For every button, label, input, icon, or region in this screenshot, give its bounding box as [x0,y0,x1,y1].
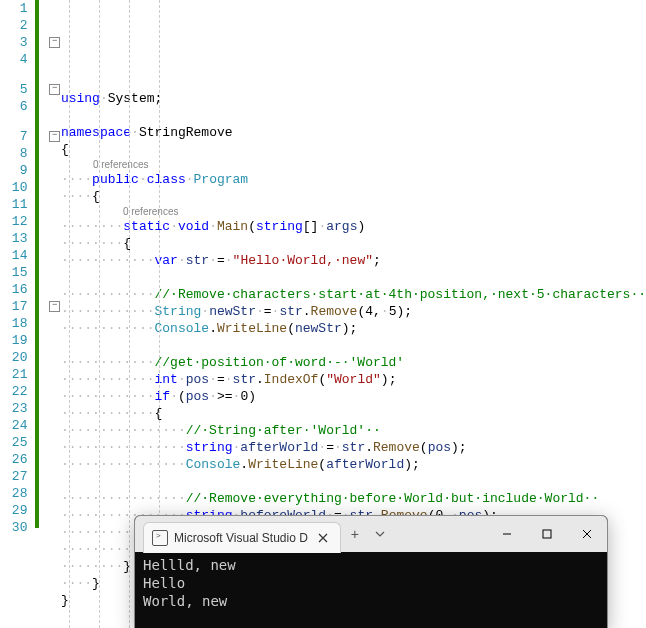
code-line[interactable] [61,473,646,490]
line-number[interactable]: 8 [0,145,27,162]
code-line[interactable]: ············int·pos·=·str.IndexOf("World… [61,371,646,388]
fold-toggle[interactable]: − [49,131,60,142]
code-line[interactable]: using·System; [61,90,646,107]
fold-toggle[interactable]: − [49,301,60,312]
line-number[interactable]: 5 [0,81,27,98]
line-number[interactable]: 7 [0,128,27,145]
code-line[interactable]: ············Console.WriteLine(newStr); [61,320,646,337]
terminal-line: Hello [143,574,599,592]
line-number[interactable]: 21 [0,366,27,383]
terminal-icon [152,530,168,546]
code-line[interactable]: ········static·void·Main(string[]·args) [61,218,646,235]
fold-toggle[interactable]: − [49,37,60,48]
terminal-window: Microsoft Visual Studio D + Hellld, newH… [134,515,608,628]
line-number[interactable]: 2 [0,17,27,34]
line-number[interactable]: 1 [0,0,27,17]
codelens-references[interactable]: 0 references [61,158,646,171]
code-line[interactable]: ········{ [61,235,646,252]
code-line[interactable]: ················//·String·after·'World'·… [61,422,646,439]
line-number[interactable]: 19 [0,332,27,349]
code-line[interactable]: ················//·Remove·everything·bef… [61,490,646,507]
line-number[interactable]: 6 [0,98,27,115]
code-line[interactable]: ············//·Remove·characters·start·a… [61,286,646,303]
line-number[interactable]: 12 [0,213,27,230]
minimize-button[interactable] [487,516,527,552]
line-number[interactable]: 30 [0,519,27,536]
line-number[interactable]: 29 [0,502,27,519]
line-number[interactable]: 22 [0,383,27,400]
terminal-titlebar[interactable]: Microsoft Visual Studio D + [135,516,607,552]
fold-toggle[interactable]: − [49,84,60,95]
terminal-output[interactable]: Hellld, newHelloWorld, new [135,552,607,614]
line-number[interactable]: 15 [0,264,27,281]
line-number[interactable]: 27 [0,468,27,485]
line-number[interactable]: 26 [0,451,27,468]
line-number[interactable]: 11 [0,196,27,213]
tab-dropdown-icon[interactable] [369,529,391,539]
code-line[interactable]: ················string·afterWorld·=·str.… [61,439,646,456]
line-number-gutter: 1234567891011121314151617181920212223242… [0,0,33,628]
line-number[interactable]: 17 [0,298,27,315]
line-number[interactable]: 23 [0,400,27,417]
line-number[interactable]: 13 [0,230,27,247]
code-line[interactable]: ············if·(pos·>=·0) [61,388,646,405]
terminal-tab[interactable]: Microsoft Visual Studio D [143,522,341,553]
line-number[interactable]: 28 [0,485,27,502]
line-number[interactable]: 18 [0,315,27,332]
terminal-line: World, new [143,592,599,610]
fold-column: −−−− [48,0,61,628]
terminal-line: Hellld, new [143,556,599,574]
maximize-button[interactable] [527,516,567,552]
code-line[interactable] [61,107,646,124]
line-number[interactable]: 20 [0,349,27,366]
change-margin [33,0,48,628]
code-line[interactable]: namespace·StringRemove [61,124,646,141]
svg-rect-0 [543,530,551,538]
line-number[interactable]: 4 [0,51,27,68]
line-number[interactable]: 9 [0,162,27,179]
code-line[interactable]: ················Console.WriteLine(afterW… [61,456,646,473]
close-tab-icon[interactable] [314,533,332,543]
code-line[interactable] [61,269,646,286]
code-line[interactable]: { [61,141,646,158]
code-line[interactable] [61,337,646,354]
code-line[interactable]: ············var·str·=·"Hello·World,·new"… [61,252,646,269]
code-line[interactable]: ····public·class·Program [61,171,646,188]
code-line[interactable]: ············//get·position·of·word·-·'Wo… [61,354,646,371]
code-line[interactable]: ····{ [61,188,646,205]
code-line[interactable]: ············{ [61,405,646,422]
code-editor: 1234567891011121314151617181920212223242… [0,0,646,628]
terminal-tab-title: Microsoft Visual Studio D [174,531,308,545]
line-number[interactable]: 3 [0,34,27,51]
new-tab-button[interactable]: + [341,526,369,542]
line-number[interactable]: 10 [0,179,27,196]
codelens-references[interactable]: 0 references [61,205,646,218]
line-number[interactable]: 16 [0,281,27,298]
line-number[interactable]: 14 [0,247,27,264]
code-line[interactable]: ············String·newStr·=·str.Remove(4… [61,303,646,320]
change-indicator [35,0,39,528]
close-button[interactable] [567,516,607,552]
line-number[interactable]: 25 [0,434,27,451]
line-number[interactable]: 24 [0,417,27,434]
